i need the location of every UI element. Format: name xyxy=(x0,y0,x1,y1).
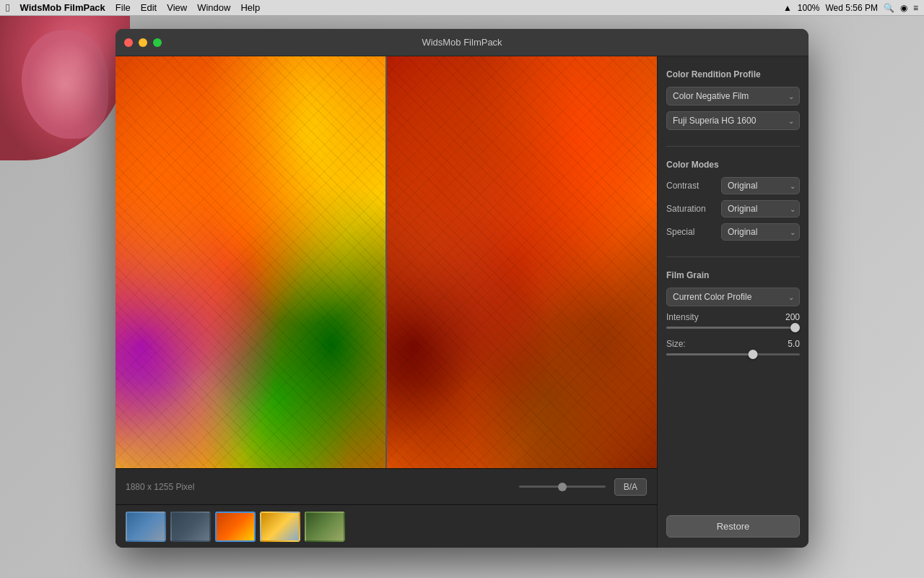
image-right xyxy=(387,56,657,468)
special-select[interactable]: Original xyxy=(721,223,800,241)
window-content: 1880 x 1255 Pixel B/A xyxy=(116,56,808,548)
intensity-slider-fill xyxy=(666,327,800,329)
contrast-select-wrapper[interactable]: Original ⌄ xyxy=(721,177,800,194)
size-value: 5.0 xyxy=(788,339,800,349)
zoom-slider-container[interactable] xyxy=(519,486,606,488)
thumbnail-3[interactable] xyxy=(215,512,256,542)
size-row: Size: 5.0 xyxy=(666,339,800,349)
color-modes-section-title: Color Modes xyxy=(666,160,800,170)
search-icon[interactable]: 🔍 xyxy=(884,3,894,13)
zoom-slider[interactable] xyxy=(519,486,606,488)
menubar-right: ▲ 100% Wed 5:56 PM 🔍 ◉ ≡ xyxy=(783,3,918,13)
divider-1 xyxy=(666,146,800,147)
help-menu[interactable]: Help xyxy=(240,2,260,13)
window-title: WidsMob FilmPack xyxy=(422,37,502,48)
notification-icon[interactable]: ≡ xyxy=(913,3,918,13)
image-panel: 1880 x 1255 Pixel B/A xyxy=(116,56,657,548)
controls-panel: Color Rendition Profile Color Negative F… xyxy=(657,56,808,548)
window-menu[interactable]: Window xyxy=(197,2,230,13)
window-controls xyxy=(124,38,162,47)
contrast-row: Contrast Original ⌄ xyxy=(666,177,800,194)
grain-profile-wrapper[interactable]: Current Color Profile ⌄ xyxy=(666,288,800,306)
special-row: Special Original ⌄ xyxy=(666,223,800,241)
title-bar: WidsMob FilmPack xyxy=(116,29,808,56)
clock-display: Wed 5:56 PM xyxy=(826,3,878,13)
size-slider-track[interactable] xyxy=(666,353,800,355)
zoom-thumb[interactable] xyxy=(558,483,567,491)
intensity-slider-container[interactable] xyxy=(666,327,800,329)
profile-subtype-select[interactable]: Fuji Superia HG 1600 xyxy=(666,111,800,130)
color-rendition-section-title: Color Rendition Profile xyxy=(666,69,800,79)
profile-type-wrapper[interactable]: Color Negative Film ⌄ xyxy=(666,87,800,105)
controls-bottom: Restore xyxy=(666,505,800,538)
menubar:  WidsMob FilmPack File Edit View Window… xyxy=(0,0,924,16)
original-image xyxy=(116,56,385,468)
battery-display: 100% xyxy=(798,3,820,13)
intensity-row: Intensity 200 xyxy=(666,312,800,322)
maximize-button[interactable] xyxy=(153,38,162,47)
view-menu[interactable]: View xyxy=(167,2,187,13)
profile-type-select[interactable]: Color Negative Film xyxy=(666,87,800,105)
film-grain-section-title: Film Grain xyxy=(666,270,800,280)
intensity-label: Intensity xyxy=(666,312,699,322)
ba-toggle-button[interactable]: B/A xyxy=(614,478,647,496)
desktop-decoration xyxy=(0,16,130,160)
size-slider-container[interactable] xyxy=(666,353,800,355)
thumbnail-2[interactable] xyxy=(170,512,211,542)
app-name-menu[interactable]: WidsMob FilmPack xyxy=(19,2,105,13)
saturation-row: Saturation Original ⌄ xyxy=(666,200,800,217)
intensity-slider-thumb[interactable] xyxy=(790,323,800,332)
edit-menu[interactable]: Edit xyxy=(141,2,157,13)
size-slider-thumb[interactable] xyxy=(749,350,758,359)
apple-menu-icon[interactable]:  xyxy=(6,1,9,14)
divider-2 xyxy=(666,256,800,257)
siri-icon[interactable]: ◉ xyxy=(900,3,907,13)
thumbnail-strip xyxy=(116,504,657,548)
filtered-image xyxy=(387,56,657,468)
size-slider-fill xyxy=(666,353,753,355)
special-label: Special xyxy=(666,227,715,237)
saturation-select[interactable]: Original xyxy=(721,200,800,217)
menubar-left:  WidsMob FilmPack File Edit View Window… xyxy=(6,1,260,14)
grain-profile-select[interactable]: Current Color Profile xyxy=(666,288,800,306)
saturation-label: Saturation xyxy=(666,204,715,214)
image-dimensions: 1880 x 1255 Pixel xyxy=(126,482,510,492)
special-select-wrapper[interactable]: Original ⌄ xyxy=(721,223,800,241)
restore-button[interactable]: Restore xyxy=(666,515,800,538)
image-container xyxy=(116,56,657,468)
image-left xyxy=(116,56,387,468)
file-menu[interactable]: File xyxy=(116,2,131,13)
contrast-label: Contrast xyxy=(666,181,715,191)
contrast-select[interactable]: Original xyxy=(721,177,800,194)
minimize-button[interactable] xyxy=(139,38,147,47)
intensity-slider-track[interactable] xyxy=(666,327,800,329)
close-button[interactable] xyxy=(124,38,133,47)
size-label: Size: xyxy=(666,339,686,349)
image-toolbar: 1880 x 1255 Pixel B/A xyxy=(116,468,657,504)
saturation-select-wrapper[interactable]: Original ⌄ xyxy=(721,200,800,217)
wifi-icon: ▲ xyxy=(783,3,792,13)
intensity-value: 200 xyxy=(785,312,800,322)
profile-subtype-wrapper[interactable]: Fuji Superia HG 1600 ⌄ xyxy=(666,111,800,130)
app-window: WidsMob FilmPack 1880 x 1255 P xyxy=(116,29,808,548)
desktop: WidsMob FilmPack 1880 x 1255 P xyxy=(0,16,924,578)
thumbnail-5[interactable] xyxy=(305,512,345,542)
thumbnail-4[interactable] xyxy=(260,512,300,542)
thumbnail-1[interactable] xyxy=(126,512,166,542)
